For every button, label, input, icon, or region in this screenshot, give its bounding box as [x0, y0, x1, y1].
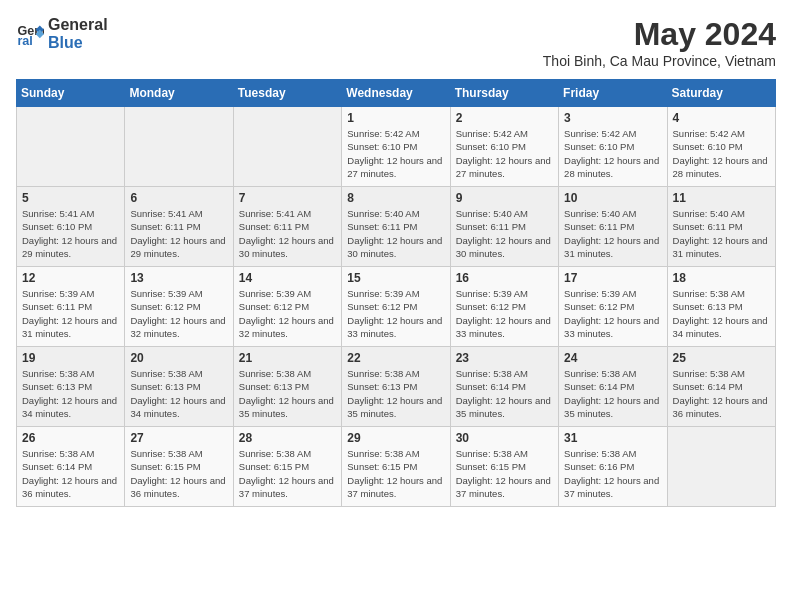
day-cell: 24Sunrise: 5:38 AM Sunset: 6:14 PM Dayli… — [559, 347, 667, 427]
day-number: 20 — [130, 351, 227, 365]
day-number: 1 — [347, 111, 444, 125]
day-header-monday: Monday — [125, 80, 233, 107]
day-number: 8 — [347, 191, 444, 205]
day-cell: 25Sunrise: 5:38 AM Sunset: 6:14 PM Dayli… — [667, 347, 775, 427]
day-number: 18 — [673, 271, 770, 285]
day-cell: 29Sunrise: 5:38 AM Sunset: 6:15 PM Dayli… — [342, 427, 450, 507]
week-row-3: 12Sunrise: 5:39 AM Sunset: 6:11 PM Dayli… — [17, 267, 776, 347]
day-number: 13 — [130, 271, 227, 285]
day-header-tuesday: Tuesday — [233, 80, 341, 107]
day-cell: 28Sunrise: 5:38 AM Sunset: 6:15 PM Dayli… — [233, 427, 341, 507]
day-number: 6 — [130, 191, 227, 205]
day-number: 4 — [673, 111, 770, 125]
day-cell: 11Sunrise: 5:40 AM Sunset: 6:11 PM Dayli… — [667, 187, 775, 267]
day-number: 22 — [347, 351, 444, 365]
day-cell: 12Sunrise: 5:39 AM Sunset: 6:11 PM Dayli… — [17, 267, 125, 347]
day-cell: 31Sunrise: 5:38 AM Sunset: 6:16 PM Dayli… — [559, 427, 667, 507]
day-info: Sunrise: 5:41 AM Sunset: 6:11 PM Dayligh… — [130, 207, 227, 260]
day-info: Sunrise: 5:38 AM Sunset: 6:14 PM Dayligh… — [456, 367, 553, 420]
day-number: 9 — [456, 191, 553, 205]
day-cell — [17, 107, 125, 187]
day-number: 14 — [239, 271, 336, 285]
day-number: 10 — [564, 191, 661, 205]
day-info: Sunrise: 5:38 AM Sunset: 6:15 PM Dayligh… — [130, 447, 227, 500]
day-cell: 23Sunrise: 5:38 AM Sunset: 6:14 PM Dayli… — [450, 347, 558, 427]
day-header-sunday: Sunday — [17, 80, 125, 107]
week-row-4: 19Sunrise: 5:38 AM Sunset: 6:13 PM Dayli… — [17, 347, 776, 427]
day-info: Sunrise: 5:42 AM Sunset: 6:10 PM Dayligh… — [564, 127, 661, 180]
day-info: Sunrise: 5:40 AM Sunset: 6:11 PM Dayligh… — [456, 207, 553, 260]
day-cell: 4Sunrise: 5:42 AM Sunset: 6:10 PM Daylig… — [667, 107, 775, 187]
day-cell: 15Sunrise: 5:39 AM Sunset: 6:12 PM Dayli… — [342, 267, 450, 347]
day-cell: 10Sunrise: 5:40 AM Sunset: 6:11 PM Dayli… — [559, 187, 667, 267]
day-cell: 20Sunrise: 5:38 AM Sunset: 6:13 PM Dayli… — [125, 347, 233, 427]
day-cell: 21Sunrise: 5:38 AM Sunset: 6:13 PM Dayli… — [233, 347, 341, 427]
day-info: Sunrise: 5:39 AM Sunset: 6:12 PM Dayligh… — [456, 287, 553, 340]
day-info: Sunrise: 5:38 AM Sunset: 6:13 PM Dayligh… — [22, 367, 119, 420]
day-number: 5 — [22, 191, 119, 205]
day-info: Sunrise: 5:42 AM Sunset: 6:10 PM Dayligh… — [347, 127, 444, 180]
day-number: 30 — [456, 431, 553, 445]
title-area: May 2024 Thoi Binh, Ca Mau Province, Vie… — [543, 16, 776, 69]
day-info: Sunrise: 5:42 AM Sunset: 6:10 PM Dayligh… — [456, 127, 553, 180]
day-info: Sunrise: 5:42 AM Sunset: 6:10 PM Dayligh… — [673, 127, 770, 180]
day-number: 2 — [456, 111, 553, 125]
day-info: Sunrise: 5:41 AM Sunset: 6:10 PM Dayligh… — [22, 207, 119, 260]
calendar-body: 1Sunrise: 5:42 AM Sunset: 6:10 PM Daylig… — [17, 107, 776, 507]
day-info: Sunrise: 5:38 AM Sunset: 6:13 PM Dayligh… — [347, 367, 444, 420]
day-number: 19 — [22, 351, 119, 365]
day-info: Sunrise: 5:39 AM Sunset: 6:12 PM Dayligh… — [564, 287, 661, 340]
day-cell: 1Sunrise: 5:42 AM Sunset: 6:10 PM Daylig… — [342, 107, 450, 187]
day-info: Sunrise: 5:41 AM Sunset: 6:11 PM Dayligh… — [239, 207, 336, 260]
calendar-header: SundayMondayTuesdayWednesdayThursdayFrid… — [17, 80, 776, 107]
day-number: 3 — [564, 111, 661, 125]
day-info: Sunrise: 5:38 AM Sunset: 6:16 PM Dayligh… — [564, 447, 661, 500]
header-row: SundayMondayTuesdayWednesdayThursdayFrid… — [17, 80, 776, 107]
day-cell: 17Sunrise: 5:39 AM Sunset: 6:12 PM Dayli… — [559, 267, 667, 347]
svg-text:ral: ral — [17, 34, 32, 48]
day-info: Sunrise: 5:40 AM Sunset: 6:11 PM Dayligh… — [564, 207, 661, 260]
day-number: 29 — [347, 431, 444, 445]
month-year-title: May 2024 — [543, 16, 776, 53]
day-number: 7 — [239, 191, 336, 205]
day-number: 12 — [22, 271, 119, 285]
day-info: Sunrise: 5:38 AM Sunset: 6:14 PM Dayligh… — [22, 447, 119, 500]
day-cell: 22Sunrise: 5:38 AM Sunset: 6:13 PM Dayli… — [342, 347, 450, 427]
day-number: 15 — [347, 271, 444, 285]
day-info: Sunrise: 5:38 AM Sunset: 6:13 PM Dayligh… — [130, 367, 227, 420]
day-info: Sunrise: 5:39 AM Sunset: 6:11 PM Dayligh… — [22, 287, 119, 340]
day-cell: 16Sunrise: 5:39 AM Sunset: 6:12 PM Dayli… — [450, 267, 558, 347]
day-info: Sunrise: 5:38 AM Sunset: 6:15 PM Dayligh… — [456, 447, 553, 500]
day-cell: 13Sunrise: 5:39 AM Sunset: 6:12 PM Dayli… — [125, 267, 233, 347]
logo-text-line1: General — [48, 16, 108, 34]
week-row-2: 5Sunrise: 5:41 AM Sunset: 6:10 PM Daylig… — [17, 187, 776, 267]
logo-text-line2: Blue — [48, 34, 108, 52]
day-cell: 3Sunrise: 5:42 AM Sunset: 6:10 PM Daylig… — [559, 107, 667, 187]
day-cell: 27Sunrise: 5:38 AM Sunset: 6:15 PM Dayli… — [125, 427, 233, 507]
day-info: Sunrise: 5:39 AM Sunset: 6:12 PM Dayligh… — [347, 287, 444, 340]
day-header-saturday: Saturday — [667, 80, 775, 107]
day-cell: 2Sunrise: 5:42 AM Sunset: 6:10 PM Daylig… — [450, 107, 558, 187]
calendar-table: SundayMondayTuesdayWednesdayThursdayFrid… — [16, 79, 776, 507]
day-cell — [667, 427, 775, 507]
week-row-1: 1Sunrise: 5:42 AM Sunset: 6:10 PM Daylig… — [17, 107, 776, 187]
day-header-thursday: Thursday — [450, 80, 558, 107]
day-cell: 19Sunrise: 5:38 AM Sunset: 6:13 PM Dayli… — [17, 347, 125, 427]
location-subtitle: Thoi Binh, Ca Mau Province, Vietnam — [543, 53, 776, 69]
day-number: 21 — [239, 351, 336, 365]
day-info: Sunrise: 5:39 AM Sunset: 6:12 PM Dayligh… — [130, 287, 227, 340]
day-number: 17 — [564, 271, 661, 285]
day-info: Sunrise: 5:38 AM Sunset: 6:15 PM Dayligh… — [347, 447, 444, 500]
day-cell: 26Sunrise: 5:38 AM Sunset: 6:14 PM Dayli… — [17, 427, 125, 507]
logo-icon: Gene ral — [16, 20, 44, 48]
day-number: 11 — [673, 191, 770, 205]
day-cell: 9Sunrise: 5:40 AM Sunset: 6:11 PM Daylig… — [450, 187, 558, 267]
day-cell: 7Sunrise: 5:41 AM Sunset: 6:11 PM Daylig… — [233, 187, 341, 267]
day-header-friday: Friday — [559, 80, 667, 107]
week-row-5: 26Sunrise: 5:38 AM Sunset: 6:14 PM Dayli… — [17, 427, 776, 507]
day-number: 16 — [456, 271, 553, 285]
day-cell — [233, 107, 341, 187]
day-number: 26 — [22, 431, 119, 445]
day-info: Sunrise: 5:38 AM Sunset: 6:13 PM Dayligh… — [239, 367, 336, 420]
day-cell: 8Sunrise: 5:40 AM Sunset: 6:11 PM Daylig… — [342, 187, 450, 267]
